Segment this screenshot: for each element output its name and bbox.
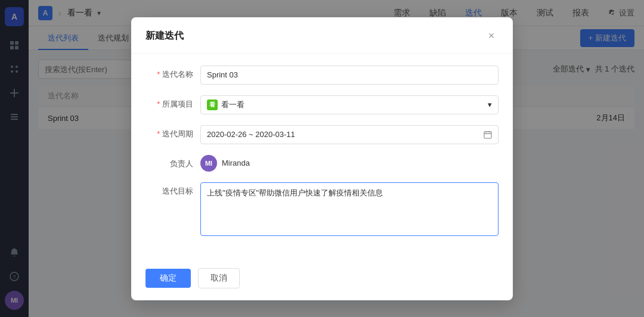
assignee-avatar: MI xyxy=(200,155,217,172)
modal-title: 新建迭代 xyxy=(145,30,184,42)
project-select[interactable]: 看 看一看 ▾ xyxy=(200,95,499,114)
cancel-button[interactable]: 取消 xyxy=(198,268,240,288)
page-content: 全部迭代 ▾ 共 1 个迭代 迭代名称 Sprint 03 2月14日 新建迭代… xyxy=(29,50,644,317)
field-label-goal: 迭代目标 xyxy=(145,182,193,197)
form-row-assignee: 负责人 MI Miranda xyxy=(145,155,499,172)
field-label-date: 迭代周期 xyxy=(145,125,193,139)
project-value: 看一看 xyxy=(221,100,244,110)
modal-close-button[interactable]: × xyxy=(484,29,499,43)
main-content: A › 看一看 ▾ 需求 缺陷 迭代 版本 测试 报表 设置 迭代列表 迭代规划 xyxy=(29,0,644,317)
field-label-project: 所属项目 xyxy=(145,95,193,110)
assignee-name: Miranda xyxy=(222,158,250,167)
field-control-goal xyxy=(200,182,499,238)
field-control-assignee: MI Miranda xyxy=(200,155,499,172)
project-icon: 看 xyxy=(207,100,218,110)
assignee-row[interactable]: MI Miranda xyxy=(200,155,499,172)
modal-header: 新建迭代 × xyxy=(131,17,513,54)
modal-footer: 确定 取消 xyxy=(131,261,513,300)
modal-overlay: 新建迭代 × 迭代名称 所属项目 xyxy=(0,0,644,317)
confirm-button[interactable]: 确定 xyxy=(145,269,191,288)
modal-body: 迭代名称 所属项目 看 看一看 xyxy=(131,54,513,261)
calendar-icon xyxy=(484,130,492,139)
field-control-date: 2020-02-26 ~ 2020-03-11 xyxy=(200,125,499,144)
field-control-project: 看 看一看 ▾ xyxy=(200,95,499,114)
iteration-name-input[interactable] xyxy=(200,66,499,85)
field-label-name: 迭代名称 xyxy=(145,66,193,80)
date-value: 2020-02-26 ~ 2020-03-11 xyxy=(207,130,295,139)
new-iteration-modal: 新建迭代 × 迭代名称 所属项目 xyxy=(131,17,513,300)
form-row-project: 所属项目 看 看一看 ▾ xyxy=(145,95,499,114)
form-row-goal: 迭代目标 xyxy=(145,182,499,238)
date-picker[interactable]: 2020-02-26 ~ 2020-03-11 xyxy=(200,125,499,144)
project-tag: 看 看一看 xyxy=(207,100,244,110)
field-control-name xyxy=(200,66,499,85)
form-row-name: 迭代名称 xyxy=(145,66,499,85)
svg-rect-13 xyxy=(484,131,491,138)
form-row-date: 迭代周期 2020-02-26 ~ 2020-03-11 xyxy=(145,125,499,144)
goal-textarea[interactable] xyxy=(200,182,499,236)
chevron-down-icon: ▾ xyxy=(488,100,492,109)
field-label-assignee: 负责人 xyxy=(145,155,193,169)
